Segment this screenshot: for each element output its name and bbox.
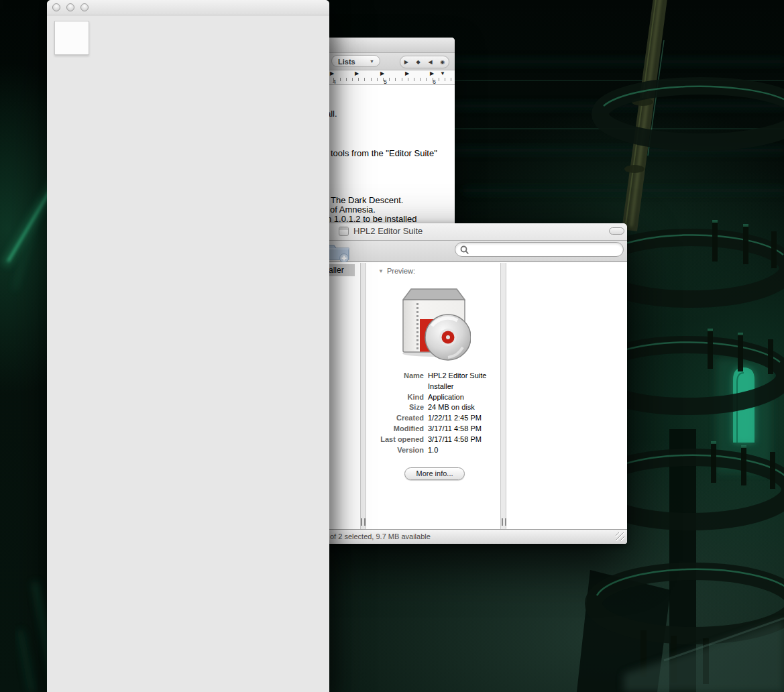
tab-stop-icon[interactable]: ▶ — [330, 71, 334, 76]
document-line: : The Dark Descent. — [326, 195, 403, 205]
info-row: Created 1/22/11 2:45 PM — [366, 413, 500, 424]
info-value: 3/17/11 4:58 PM — [428, 435, 494, 445]
alignment-segmented-control: ▶ ◆ ◀ ◉ — [400, 56, 449, 68]
preview-label: Preview: — [387, 267, 415, 275]
tab-stop-icon[interactable]: ▶ — [355, 71, 359, 76]
search-field[interactable] — [455, 242, 624, 257]
finder-window: HPL2 Editor Suite aller ▼Preview: — [288, 223, 627, 544]
file-name-label: aller — [329, 264, 344, 276]
info-label: Size — [366, 402, 424, 413]
lists-dropdown-label: Lists — [338, 58, 355, 66]
preview-header: ▼Preview: — [378, 267, 415, 275]
column-resize-handle[interactable] — [502, 518, 507, 526]
info-label: Name — [366, 371, 424, 392]
segment-left-icon[interactable]: ▶ — [404, 60, 408, 65]
document-line: n 1.0.1.2 to be installed — [327, 214, 416, 224]
column-divider[interactable] — [360, 263, 366, 529]
document-line: of Amnesia. — [330, 205, 376, 215]
info-row: Last opened 3/17/11 4:58 PM — [366, 435, 500, 445]
info-row: Version 1.0 — [366, 445, 500, 456]
info-label: Kind — [366, 392, 424, 403]
installer-app-icon — [398, 286, 471, 366]
tab-stop-icon[interactable]: ▶ — [380, 71, 384, 76]
info-row: Name HPL2 Editor Suite Installer — [366, 371, 500, 392]
close-button[interactable] — [52, 3, 60, 11]
info-row: Kind Application — [366, 392, 500, 403]
tab-stop-icon[interactable]: ▶ — [430, 71, 434, 76]
ruler-number: 5 — [384, 78, 387, 85]
column-resize-handle[interactable] — [361, 518, 366, 526]
file-icon-placeholder[interactable] — [54, 21, 89, 55]
info-value: 3/17/11 4:58 PM — [428, 424, 494, 435]
column-view: aller ▼Preview: — [288, 263, 627, 529]
info-row: Modified 3/17/11 4:58 PM — [366, 424, 500, 435]
indent-marker-icon[interactable]: ▼ — [440, 71, 445, 76]
status-bar: of 2 selected, 9.7 MB available — [288, 529, 627, 544]
info-label: Modified — [366, 424, 424, 435]
resize-grip-icon[interactable] — [616, 532, 624, 541]
status-text: of 2 selected, 9.7 MB available — [330, 530, 431, 544]
info-label: Last opened — [366, 435, 424, 445]
segment-diamond-icon[interactable]: ◆ — [416, 60, 421, 65]
chevron-down-icon: ▼ — [370, 56, 374, 68]
preview-info-list: Name HPL2 Editor Suite Installer Kind Ap… — [366, 371, 500, 455]
front-blank-window — [47, 0, 329, 692]
disclosure-triangle-icon[interactable]: ▼ — [378, 268, 384, 274]
window-title: HPL2 Editor Suite — [353, 226, 423, 236]
search-icon — [460, 245, 469, 255]
info-row: Size 24 MB on disk — [366, 402, 500, 413]
info-value: 1.0 — [428, 445, 494, 456]
toolbar-toggle-button[interactable] — [609, 227, 624, 235]
tab-stop-icon[interactable]: ▶ — [405, 71, 409, 76]
ruler-number: 4 — [333, 78, 336, 85]
info-label: Created — [366, 413, 424, 424]
info-value: HPL2 Editor Suite Installer — [428, 371, 494, 392]
new-folder-icon[interactable] — [326, 241, 350, 262]
ruler-number: 6 — [433, 78, 436, 85]
search-input[interactable] — [471, 243, 620, 257]
info-value: 1/22/11 2:45 PM — [428, 413, 494, 424]
zoom-button[interactable] — [80, 3, 89, 11]
lists-dropdown[interactable]: Lists ▼ — [331, 55, 380, 67]
front-window-titlebar[interactable] — [47, 0, 329, 15]
segment-circle-icon[interactable]: ◉ — [440, 60, 445, 65]
segment-right-icon[interactable]: ◀ — [428, 60, 432, 65]
finder-titlebar[interactable]: HPL2 Editor Suite — [288, 223, 627, 262]
info-label: Version — [366, 445, 424, 456]
info-value: 24 MB on disk — [428, 402, 494, 413]
document-line: tools from the "Editor Suite" — [331, 148, 437, 158]
info-value: Application — [428, 392, 494, 403]
window-proxy-icon[interactable] — [339, 227, 349, 236]
more-info-button[interactable]: More info... — [404, 467, 465, 480]
column-divider[interactable] — [500, 263, 506, 529]
minimize-button[interactable] — [66, 3, 74, 11]
